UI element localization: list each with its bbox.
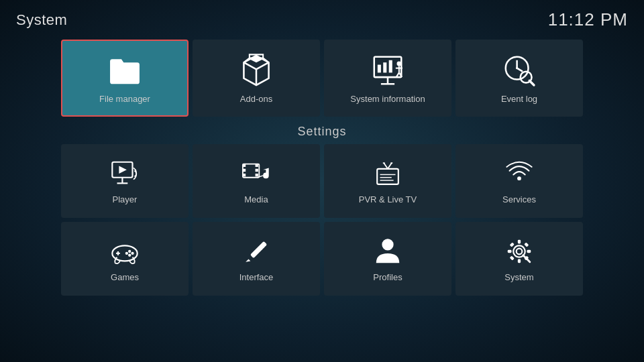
folder-icon	[107, 52, 143, 88]
system-icon	[504, 236, 535, 267]
svg-rect-58	[510, 255, 515, 260]
media-icon	[241, 158, 272, 189]
tile-player[interactable]: Player	[61, 144, 189, 218]
svg-rect-53	[518, 259, 521, 263]
games-icon	[109, 236, 140, 267]
svg-rect-27	[256, 174, 258, 176]
svg-line-31	[388, 163, 392, 169]
interface-icon	[241, 236, 272, 267]
clock: 11:12 PM	[548, 9, 628, 30]
addons-icon	[238, 52, 274, 88]
svg-point-37	[517, 176, 521, 180]
tile-system-information-label: System information	[350, 94, 425, 104]
svg-point-41	[128, 249, 131, 252]
settings-row-1: Player Media	[54, 144, 590, 218]
svg-rect-23	[243, 168, 246, 171]
svg-point-50	[382, 239, 393, 250]
services-icon	[504, 158, 535, 189]
tile-pvr-live-tv-label: PVR & Live TV	[359, 194, 417, 204]
tile-media-label: Media	[244, 194, 268, 204]
svg-point-44	[125, 251, 128, 254]
svg-rect-29	[377, 168, 398, 184]
svg-rect-4	[383, 62, 386, 72]
tile-profiles[interactable]: Profiles	[324, 222, 451, 296]
svg-rect-26	[256, 168, 258, 171]
svg-rect-24	[243, 174, 246, 176]
tile-interface-label: Interface	[239, 272, 274, 282]
tile-file-manager-label: File manager	[99, 94, 150, 104]
svg-rect-55	[527, 249, 531, 252]
player-icon	[109, 158, 140, 189]
tile-event-log-label: Event log	[501, 94, 537, 104]
tile-system-information[interactable]: System information	[324, 40, 451, 117]
tile-profiles-label: Profiles	[373, 272, 402, 282]
tile-file-manager[interactable]: File manager	[61, 40, 189, 117]
svg-rect-5	[389, 60, 392, 73]
tile-system-label: System	[504, 272, 533, 282]
tile-media[interactable]: Media	[193, 144, 320, 218]
tile-add-ons[interactable]: Add-ons	[193, 40, 320, 117]
tile-games[interactable]: Games	[61, 222, 189, 296]
header: System 11:12 PM	[0, 0, 644, 37]
svg-point-14	[516, 67, 518, 69]
tile-services[interactable]: Services	[455, 144, 583, 218]
svg-point-51	[517, 248, 523, 254]
svg-rect-3	[378, 65, 381, 73]
svg-rect-56	[510, 242, 515, 247]
page-title: System	[16, 11, 67, 29]
svg-point-43	[128, 253, 131, 256]
svg-marker-20	[119, 166, 127, 174]
settings-row-2: Games Interface Profiles	[54, 222, 590, 296]
svg-rect-54	[508, 249, 512, 252]
tile-games-label: Games	[111, 272, 139, 282]
svg-rect-25	[256, 164, 258, 166]
tile-player-label: Player	[113, 194, 138, 204]
svg-line-16	[529, 80, 534, 85]
tile-event-log[interactable]: Event log	[455, 40, 583, 117]
svg-rect-57	[524, 242, 529, 247]
system-info-icon	[370, 52, 406, 88]
tile-add-ons-label: Add-ons	[240, 94, 272, 104]
svg-rect-22	[243, 164, 246, 166]
tile-pvr-live-tv[interactable]: PVR & Live TV	[324, 144, 451, 218]
tile-services-label: Services	[502, 194, 536, 204]
svg-line-30	[384, 163, 388, 169]
svg-point-6	[397, 62, 402, 66]
pvr-icon	[372, 158, 403, 189]
svg-marker-46	[246, 259, 250, 261]
top-tiles-row: File manager Add-ons	[0, 40, 644, 117]
profiles-icon	[372, 236, 403, 267]
event-log-icon	[501, 52, 537, 88]
svg-point-42	[131, 251, 133, 254]
settings-grid: Player Media	[0, 144, 644, 296]
settings-label: Settings	[0, 125, 644, 139]
svg-rect-52	[518, 239, 521, 243]
tile-interface[interactable]: Interface	[193, 222, 320, 296]
tile-system[interactable]: System	[455, 222, 583, 296]
